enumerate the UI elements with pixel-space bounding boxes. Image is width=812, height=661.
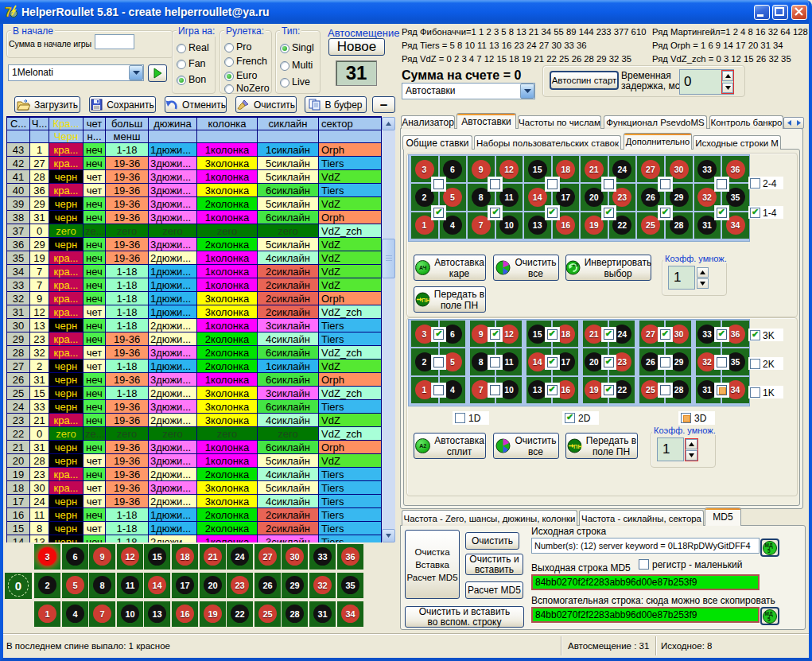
svg-text:ПН: ПН: [573, 443, 582, 450]
svg-text:5: 5: [767, 616, 771, 621]
svg-text:ПН: ПН: [422, 297, 430, 304]
svg-text:5: 5: [767, 547, 771, 553]
svg-text:+3: +3: [573, 262, 579, 267]
